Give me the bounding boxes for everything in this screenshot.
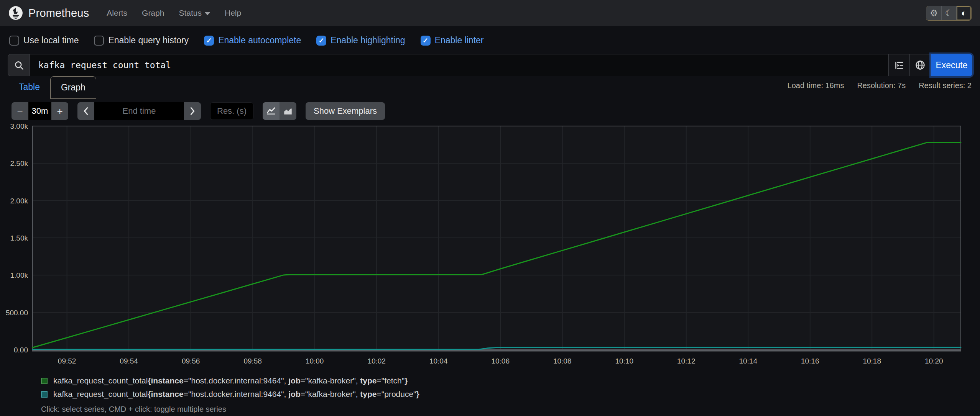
range-input[interactable] bbox=[28, 102, 51, 120]
svg-text:10:16: 10:16 bbox=[801, 357, 819, 365]
metrics-explorer-button[interactable] bbox=[910, 54, 931, 76]
graph-legend: kafka_request_count_total{instance="host… bbox=[0, 376, 980, 399]
legend-item[interactable]: kafka_request_count_total{instance="host… bbox=[41, 376, 980, 385]
svg-text:10:10: 10:10 bbox=[615, 357, 633, 365]
main-nav: AlertsGraphStatusHelp bbox=[107, 8, 241, 18]
option-enable-highlighting[interactable]: ✓Enable highlighting bbox=[316, 35, 405, 46]
svg-text:2.00k: 2.00k bbox=[10, 197, 28, 205]
globe-icon bbox=[915, 60, 926, 70]
svg-text:09:54: 09:54 bbox=[120, 357, 138, 365]
option-label: Enable autocomplete bbox=[218, 35, 301, 46]
app-title: Prometheus bbox=[28, 7, 89, 20]
dark-theme-icon: ☾ bbox=[945, 8, 953, 18]
svg-text:10:12: 10:12 bbox=[677, 357, 696, 365]
load-time: Load time: 16ms bbox=[788, 81, 844, 90]
nav-link-graph[interactable]: Graph bbox=[142, 8, 164, 18]
option-enable-linter[interactable]: ✓Enable linter bbox=[421, 35, 484, 46]
end-time-group bbox=[77, 102, 201, 120]
svg-text:500.00: 500.00 bbox=[6, 309, 28, 317]
svg-text:1.50k: 1.50k bbox=[10, 234, 28, 242]
option-label: Enable query history bbox=[108, 35, 189, 46]
line-chart-icon bbox=[266, 106, 276, 116]
theme-toggle-group: ⚙☾◐ bbox=[926, 6, 972, 21]
theme-button-auto-theme[interactable]: ◐ bbox=[956, 6, 971, 20]
execute-button[interactable]: Execute bbox=[931, 54, 972, 76]
legend-swatch bbox=[41, 378, 48, 384]
checkbox[interactable]: ✓ bbox=[204, 36, 214, 46]
svg-text:10:20: 10:20 bbox=[925, 357, 943, 365]
stacked-chart-icon bbox=[283, 106, 293, 116]
theme-button-dark-theme[interactable]: ☾ bbox=[941, 6, 956, 20]
graph-controls: − + Show Exemplars bbox=[0, 102, 980, 120]
svg-text:3.00k: 3.00k bbox=[10, 123, 28, 130]
query-input[interactable] bbox=[30, 54, 889, 76]
back-in-time-button[interactable] bbox=[77, 102, 94, 120]
query-options-row: Use local timeEnable query history✓Enabl… bbox=[0, 26, 980, 52]
option-use-local-time[interactable]: Use local time bbox=[9, 35, 79, 46]
svg-text:1.00k: 1.00k bbox=[10, 271, 28, 279]
chevron-right-icon bbox=[189, 107, 196, 115]
nav-link-alerts[interactable]: Alerts bbox=[107, 8, 127, 18]
option-label: Enable linter bbox=[435, 35, 484, 46]
nav-link-status[interactable]: Status bbox=[179, 8, 210, 18]
svg-text:10:06: 10:06 bbox=[491, 357, 510, 365]
graph-canvas[interactable]: 0.00500.001.00k1.50k2.00k2.50k3.00k09:52… bbox=[0, 123, 974, 376]
chart-type-group bbox=[263, 102, 296, 120]
option-enable-autocomplete[interactable]: ✓Enable autocomplete bbox=[204, 35, 301, 46]
svg-text:10:04: 10:04 bbox=[429, 357, 448, 365]
navbar: Prometheus AlertsGraphStatusHelp ⚙☾◐ bbox=[0, 0, 980, 26]
checkbox[interactable]: ✓ bbox=[421, 36, 431, 46]
tab-graph[interactable]: Graph bbox=[50, 76, 96, 99]
legend-item[interactable]: kafka_request_count_total{instance="host… bbox=[41, 390, 980, 399]
svg-text:09:52: 09:52 bbox=[58, 357, 76, 365]
checkbox[interactable] bbox=[94, 36, 104, 46]
query-bar: Execute bbox=[8, 54, 972, 76]
resolution: Resolution: 7s bbox=[857, 81, 906, 90]
option-label: Enable highlighting bbox=[331, 35, 405, 46]
chevron-left-icon bbox=[82, 107, 89, 115]
svg-text:10:00: 10:00 bbox=[306, 357, 324, 365]
legend-series-label: kafka_request_count_total{instance="host… bbox=[53, 376, 408, 385]
svg-text:09:56: 09:56 bbox=[182, 357, 200, 365]
svg-text:10:14: 10:14 bbox=[739, 357, 757, 365]
query-stats: Load time: 16ms Resolution: 7s Result se… bbox=[788, 76, 972, 90]
svg-text:10:02: 10:02 bbox=[367, 357, 386, 365]
svg-text:09:58: 09:58 bbox=[243, 357, 262, 365]
theme-button-settings[interactable]: ⚙ bbox=[926, 6, 941, 20]
format-expression-button[interactable] bbox=[889, 54, 910, 76]
checkbox[interactable]: ✓ bbox=[316, 36, 326, 46]
nav-link-help[interactable]: Help bbox=[225, 8, 241, 18]
svg-text:10:18: 10:18 bbox=[863, 357, 881, 365]
auto-theme-icon: ◐ bbox=[961, 8, 967, 18]
search-icon bbox=[8, 54, 30, 76]
option-label: Use local time bbox=[23, 35, 79, 46]
tab-table[interactable]: Table bbox=[8, 76, 50, 99]
svg-text:0.00: 0.00 bbox=[14, 346, 28, 354]
svg-text:10:08: 10:08 bbox=[553, 357, 572, 365]
panel-tabs: Table Graph bbox=[8, 76, 96, 99]
prometheus-logo-icon bbox=[8, 6, 23, 20]
legend-swatch bbox=[41, 391, 48, 398]
end-time-input[interactable] bbox=[94, 102, 184, 120]
svg-text:2.50k: 2.50k bbox=[10, 159, 28, 167]
line-chart-button[interactable] bbox=[263, 102, 280, 120]
show-exemplars-button[interactable]: Show Exemplars bbox=[306, 102, 385, 120]
result-series: Result series: 2 bbox=[919, 81, 972, 90]
option-enable-query-history[interactable]: Enable query history bbox=[94, 35, 189, 46]
panel-meta-row: Table Graph Load time: 16ms Resolution: … bbox=[0, 76, 980, 101]
resolution-input[interactable] bbox=[210, 102, 253, 120]
decrease-range-button[interactable]: − bbox=[12, 102, 28, 120]
checkbox[interactable] bbox=[9, 36, 19, 46]
legend-hint: Click: select series, CMD + click: toggl… bbox=[0, 405, 980, 414]
increase-range-button[interactable]: + bbox=[51, 102, 68, 120]
legend-series-label: kafka_request_count_total{instance="host… bbox=[53, 390, 419, 399]
format-icon bbox=[894, 60, 904, 70]
forward-in-time-button[interactable] bbox=[184, 102, 201, 120]
duration-group: − + bbox=[12, 102, 68, 120]
stacked-chart-button[interactable] bbox=[280, 102, 296, 120]
settings-icon: ⚙ bbox=[930, 8, 938, 18]
chevron-down-icon bbox=[205, 12, 210, 15]
